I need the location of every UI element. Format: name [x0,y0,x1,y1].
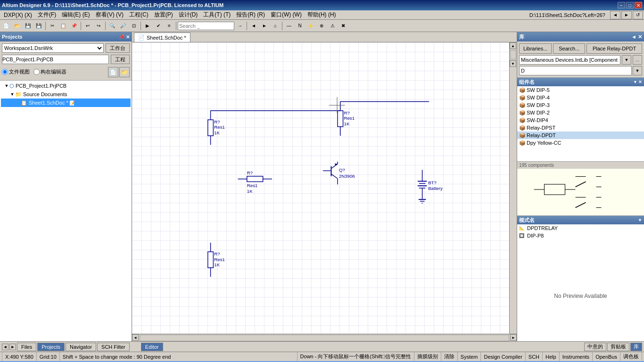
menu-design[interactable]: 设计(D) [176,10,201,19]
tb-open-btn[interactable]: 📂 [12,21,22,31]
tab-clipboard[interactable]: 剪贴板 [607,343,629,351]
model-section-expand[interactable]: ▼ [638,218,642,222]
tree-schematic-item[interactable]: 📋 Sheet1.SchDoc * 📝 [1,99,131,107]
scroll-right-btn[interactable]: ► [510,334,517,341]
menu-report[interactable]: 报告(R) (R) [233,10,268,19]
nav-forward-btn[interactable]: ► [621,11,632,19]
scrollbar-v[interactable]: ▲ ▼ [509,42,517,334]
tb-place-wire-btn[interactable]: — [284,21,294,31]
menu-help[interactable]: 帮助(H) (H) [305,10,339,19]
tab-library[interactable]: 库 [630,343,642,351]
workspace-select[interactable]: Workspace1.DsnWrk [2,43,104,53]
tree-folder-item[interactable]: ▼ 📁 Source Documents [1,90,131,99]
maximize-button[interactable]: □ [626,2,634,8]
tb-nav-fwd-btn[interactable]: ► [259,21,270,31]
close-button[interactable]: ✕ [635,2,642,8]
clear-btn[interactable]: 清除 [441,352,458,361]
comp-item-sw-dip5[interactable]: 📦 SW DIP-5 [517,86,644,94]
scroll-thumb-v[interactable] [510,50,516,59]
panel-close-icon[interactable]: ✕ [126,34,130,40]
menu-window[interactable]: 窗口(W) (W) [268,10,305,19]
panel-icon-btn2[interactable]: 📁 [119,67,130,77]
library-options-btn[interactable]: … [633,55,642,65]
scroll-thumb-h[interactable] [140,335,509,341]
tb-zoom-out-btn[interactable]: 🔎 [118,21,128,31]
radio-file-view[interactable] [2,69,8,75]
radio-file-label[interactable]: 文件视图 [2,68,30,75]
tb-err-btn[interactable]: ⚠ [327,21,338,31]
tab-files[interactable]: Files [17,343,36,351]
tree-folder-expand[interactable]: ▼ [9,92,15,97]
library-panel-pin-icon[interactable]: ◄ [631,34,636,40]
comp-item-sw-dip4b[interactable]: 📦 SW-DIP4 [517,116,644,124]
menu-dxp[interactable]: DXP(X) (X) [1,11,35,19]
panel-pin-icon[interactable]: 📌 [119,34,124,40]
tb-home-btn[interactable]: ⌂ [270,21,281,31]
place-button[interactable]: Place Relay-DPDT [586,43,642,54]
minimize-button[interactable]: − [618,2,625,8]
tb-save-all-btn[interactable]: 💾 [33,21,44,31]
tb-netlist-btn[interactable]: ≡ [164,21,174,31]
radio-struct-view[interactable] [33,69,40,75]
panel-icon-btn1[interactable]: 📄 [108,67,118,77]
tab-projects[interactable]: Projects [37,343,65,351]
tb-compile-btn[interactable]: ▶ [142,21,153,31]
tree-project-item[interactable]: ▼ ⬡ PCB_Project1.PrjPCB [1,82,131,90]
tb-clear-btn[interactable]: ✖ [338,21,348,31]
tb-undo-btn[interactable]: ↩ [83,21,93,31]
scroll-down-btn[interactable]: ▼ [510,60,516,67]
tb-cut-btn[interactable]: ✂ [47,21,58,31]
comp-item-sw-dip2[interactable]: 📦 SW DIP-2 [517,109,644,116]
schematic-tab[interactable]: 📄 Sheet1.SchDoc * [134,33,190,42]
tb-save-btn[interactable]: 💾 [23,21,33,31]
comp-item-relay-dpst[interactable]: 📦 Relay-DPST [517,124,644,132]
menu-tools[interactable]: 工具(T) (T) [200,10,233,19]
tab-navigator[interactable]: Navigator [66,343,96,351]
filter-input[interactable] [519,66,632,75]
menu-file[interactable]: 文件(F) [35,10,59,19]
search-input[interactable] [178,22,234,30]
scroll-left-btn[interactable]: ◄ [132,334,139,341]
scroll-up-btn[interactable]: ▲ [510,42,516,49]
status-help[interactable]: Help [543,352,560,361]
radio-struct-label[interactable]: 构在编辑器 [33,68,66,75]
status-system[interactable]: System [458,352,481,361]
menu-place[interactable]: 放置(P) [151,10,176,19]
model-item-dip[interactable]: 🔲 DIP-P8 [517,232,644,239]
comp-item-sw-dip3[interactable]: 📦 SW DIP-3 [517,101,644,109]
project-input[interactable] [2,55,109,64]
comp-item-relay-dpdt[interactable]: 📦 Relay-DPDT [517,132,644,139]
tab-sch-filter[interactable]: SCH Filter [97,343,130,351]
tb-copy-btn[interactable]: 📋 [58,21,68,31]
tb-paste-btn[interactable]: 📌 [69,21,79,31]
library-panel-close-icon[interactable]: ✕ [638,34,642,40]
nav-refresh-btn[interactable]: ↺ [633,11,643,19]
tb-redo-btn[interactable]: ↪ [93,21,104,31]
tb-new-btn[interactable]: 📄 [1,21,11,31]
menu-view[interactable]: 察看(V) (V) [93,10,126,19]
capture-btn[interactable]: 摘膜级别 [414,352,441,361]
menu-edit[interactable]: 编辑(E) (E) [59,10,92,19]
tb-nav-back-btn[interactable]: ◄ [248,21,259,31]
tb-place-net-btn[interactable]: N [295,21,305,31]
libraries-button[interactable]: Libraries... [519,43,552,54]
comp-pin-icon[interactable]: ▼ [633,80,637,84]
tb-zoom-fit-btn[interactable]: ⊡ [129,21,139,31]
tb-drc-btn[interactable]: ✔ [153,21,164,31]
worktable-btn[interactable]: 工作台 [106,43,130,53]
model-item-dpdtrelay[interactable]: 📐 DPDTRELAY [517,224,644,232]
library-dropdown-btn[interactable]: ▼ [622,55,631,65]
library-select-input[interactable] [519,55,620,65]
tb-place-power-btn[interactable]: ⚡ [305,21,316,31]
tab-favorites[interactable]: 中意的 [584,343,606,351]
comp-item-dpy[interactable]: 📦 Dpy Yellow-CC [517,139,644,147]
status-instruments[interactable]: Instruments [560,352,593,361]
tb-search-go-btn[interactable]: → [235,21,245,31]
comp-item-sw-dip4[interactable]: 📦 SW DIP-4 [517,94,644,101]
status-sch[interactable]: SCH [526,352,543,361]
status-colorpalette[interactable]: 调色板 [620,352,642,361]
tb-cross-probe-btn[interactable]: ⊕ [316,21,327,31]
comp-scroll-icon[interactable]: ✕ [638,80,642,84]
menu-project[interactable]: 工程(C) [126,10,151,19]
tab-nav-next-btn[interactable]: ► [9,344,16,350]
